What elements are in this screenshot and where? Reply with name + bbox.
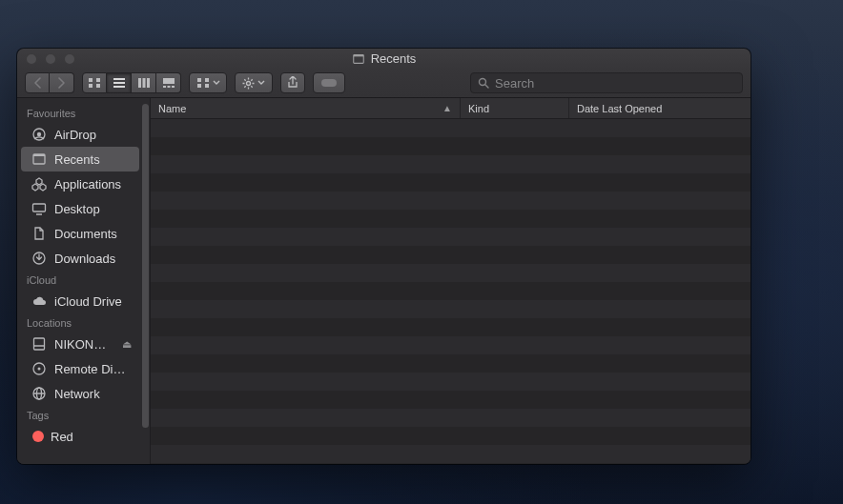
scrollbar-thumb[interactable] [142, 104, 149, 428]
minimize-button[interactable] [45, 53, 56, 65]
view-gallery-button[interactable] [156, 72, 181, 93]
table-row[interactable] [151, 155, 750, 173]
sidebar-item-desktop[interactable]: Desktop [17, 196, 141, 221]
zoom-button[interactable] [64, 53, 75, 65]
recents-icon [31, 151, 48, 168]
svg-rect-15 [172, 86, 175, 88]
view-columns-button[interactable] [132, 72, 156, 93]
sidebar-item-documents[interactable]: Documents [17, 221, 141, 246]
sidebar-scrollbar[interactable] [142, 104, 149, 464]
gear-icon [242, 77, 255, 90]
sidebar-item-icloud-drive[interactable]: iCloud Drive [17, 289, 141, 313]
column-header-date[interactable]: Date Last Opened [569, 98, 750, 118]
titlebar[interactable]: Recents [17, 49, 750, 69]
table-row[interactable] [151, 173, 750, 192]
view-icons-button[interactable] [82, 72, 107, 93]
svg-rect-35 [33, 154, 45, 156]
eject-icon[interactable]: ⏏ [122, 338, 132, 351]
action-button[interactable] [235, 72, 273, 93]
close-button[interactable] [26, 53, 37, 65]
tag-red-icon [32, 431, 44, 442]
sidebar-item-label: Network [54, 387, 132, 401]
share-button[interactable] [280, 72, 305, 93]
table-row[interactable] [151, 119, 750, 137]
table-row[interactable] [151, 354, 750, 373]
group-icon [196, 77, 210, 89]
table-row[interactable] [151, 336, 750, 354]
nav-buttons [25, 72, 74, 93]
column-header-name[interactable]: Name ▲ [151, 98, 461, 118]
file-list: Name ▲ Kind Date Last Opened [151, 98, 750, 464]
finder-window: Recents [17, 49, 750, 464]
svg-rect-14 [167, 86, 170, 88]
sidebar-item-label: AirDrop [54, 128, 132, 142]
svg-rect-8 [113, 86, 125, 88]
table-row[interactable] [151, 445, 750, 463]
svg-rect-4 [89, 84, 93, 88]
column-header-date-label: Date Last Opened [577, 103, 662, 114]
table-row[interactable] [151, 300, 750, 318]
svg-rect-10 [142, 78, 145, 88]
sidebar-item-red[interactable]: Red [17, 424, 141, 449]
table-row[interactable] [151, 264, 750, 282]
svg-rect-1 [353, 54, 363, 56]
sidebar-item-label: Desktop [54, 202, 132, 216]
apps-icon [31, 175, 48, 192]
sort-ascending-icon: ▲ [442, 103, 452, 113]
search-input[interactable] [495, 76, 735, 91]
file-rows[interactable] [151, 119, 750, 464]
view-switcher [82, 72, 181, 93]
table-row[interactable] [151, 391, 750, 409]
svg-point-42 [38, 368, 41, 371]
table-row[interactable] [151, 318, 750, 336]
table-row[interactable] [151, 228, 750, 246]
table-row[interactable] [151, 192, 750, 210]
chevron-down-icon [257, 80, 265, 86]
sidebar-item-downloads[interactable]: Downloads [17, 246, 141, 271]
disk-icon [31, 335, 48, 353]
forward-button[interactable] [50, 72, 74, 93]
column-header-name-label: Name [158, 103, 186, 114]
view-list-button[interactable] [107, 72, 132, 93]
sidebar-item-applications[interactable]: Applications [17, 171, 141, 196]
table-row[interactable] [151, 463, 750, 464]
svg-point-33 [37, 132, 41, 136]
svg-rect-18 [197, 84, 201, 88]
table-row[interactable] [151, 282, 750, 300]
column-header-kind[interactable]: Kind [461, 98, 569, 118]
tags-button[interactable] [313, 72, 345, 93]
sidebar-item-recents[interactable]: Recents [21, 147, 139, 171]
sidebar-item-network[interactable]: Network [17, 381, 141, 406]
table-row[interactable] [151, 373, 750, 391]
recents-icon [352, 52, 365, 66]
sidebar-item-label: Applications [54, 177, 132, 192]
group-by-button[interactable] [189, 72, 227, 93]
table-row[interactable] [151, 246, 750, 264]
sidebar-section-label: Locations [17, 313, 141, 332]
sidebar-item-remote-di-[interactable]: Remote Di… [17, 356, 141, 381]
svg-rect-17 [205, 78, 209, 82]
table-row[interactable] [151, 210, 750, 228]
svg-point-20 [247, 81, 251, 85]
columns-icon [137, 77, 151, 89]
svg-rect-2 [89, 78, 93, 82]
sidebar-item-nikon-[interactable]: NIKON…⏏ [17, 332, 141, 356]
svg-rect-13 [163, 86, 166, 88]
sidebar-item-label: iCloud Drive [54, 294, 132, 309]
svg-rect-36 [33, 204, 46, 212]
sidebar-item-airdrop[interactable]: AirDrop [17, 122, 141, 147]
back-button[interactable] [25, 72, 50, 93]
cloud-icon [31, 292, 48, 310]
sidebar-section-label: Tags [17, 406, 141, 424]
tag-icon [320, 78, 338, 88]
svg-rect-39 [34, 338, 45, 350]
sidebar-section-label: Favourites [17, 104, 141, 122]
sidebar: FavouritesAirDropRecentsApplicationsDesk… [17, 98, 151, 464]
search-field[interactable] [470, 72, 743, 93]
table-row[interactable] [151, 137, 750, 155]
list-icon [113, 77, 126, 89]
sidebar-item-label: Recents [54, 152, 130, 167]
table-row[interactable] [151, 427, 750, 445]
table-row[interactable] [151, 409, 750, 427]
window-title: Recents [352, 51, 417, 66]
